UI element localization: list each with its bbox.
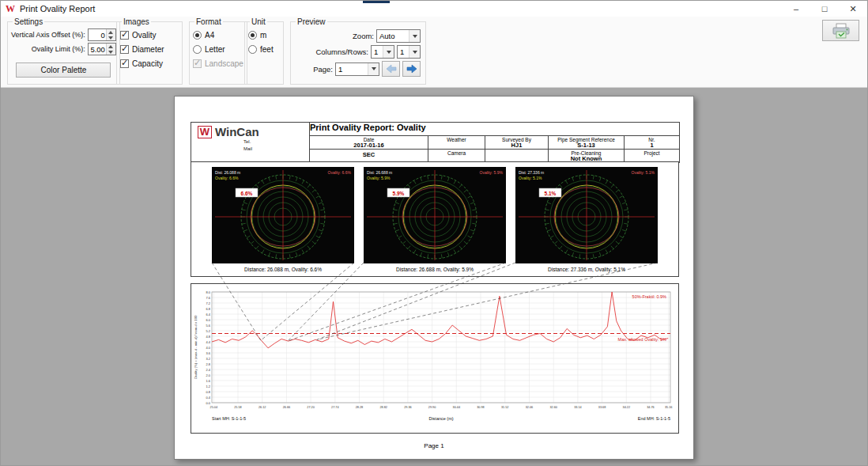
- ovality-checkbox-label: Ovality: [132, 31, 157, 40]
- svg-text:6.0: 6.0: [206, 318, 210, 322]
- svg-text:4.0: 4.0: [206, 346, 210, 350]
- radio-selected-icon: [193, 31, 202, 40]
- zoom-select[interactable]: Auto: [376, 29, 421, 43]
- svg-text:4.8: 4.8: [206, 335, 210, 339]
- ovality-image-panel: Dist: 27.336 mOvality: 5.1%Ovality: 5.1%…: [515, 167, 658, 276]
- svg-text:0.4: 0.4: [206, 396, 210, 400]
- ovality-limit-label: Ovality Limit (%):: [32, 45, 85, 53]
- surveyed-by-cell: Surveyed ByHJ1: [485, 136, 549, 150]
- svg-text:Ovality (%) = (max-d - min-d): Ovality (%) = (max-d - min-d) / nom-d x …: [194, 315, 198, 379]
- ovality-chart-section: 0.00.40.81.21.62.02.42.83.23.64.04.44.85…: [191, 283, 679, 434]
- landscape-checkbox: Landscape: [193, 57, 243, 70]
- svg-text:31.52: 31.52: [501, 406, 509, 409]
- unit-group: Unit m feet: [244, 17, 284, 85]
- report-page: W WinCan Tel. Mail Print Ovality Report:…: [174, 96, 694, 460]
- svg-text:1.2: 1.2: [206, 385, 210, 388]
- spin-down-icon[interactable]: [107, 49, 115, 55]
- spin-down-icon[interactable]: [107, 35, 115, 40]
- ovality-checkbox[interactable]: Ovality: [120, 28, 179, 41]
- nr-cell: Nr.1: [625, 136, 680, 150]
- preview-area[interactable]: W WinCan Tel. Mail Print Ovality Report:…: [1, 88, 867, 466]
- page-select[interactable]: 1: [335, 63, 379, 76]
- rows-select[interactable]: 1: [397, 45, 421, 59]
- svg-text:33.68: 33.68: [598, 406, 606, 409]
- next-page-button[interactable]: [402, 61, 421, 77]
- svg-text:0.0: 0.0: [206, 401, 210, 405]
- previous-page-button[interactable]: [382, 61, 400, 77]
- spin-up-icon[interactable]: [107, 29, 115, 35]
- svg-text:Ovality: 6.6%: Ovality: 6.6%: [328, 170, 352, 175]
- camera-cell: Camera: [428, 150, 485, 163]
- diameter-checkbox[interactable]: Diameter: [120, 43, 179, 55]
- svg-text:35.16: 35.16: [665, 406, 673, 409]
- columns-select[interactable]: 1: [371, 45, 394, 59]
- svg-text:6.4: 6.4: [206, 313, 210, 316]
- images-group: Images Ovality Diameter Capacity: [116, 17, 183, 85]
- page-value: 1: [338, 65, 342, 74]
- weather-cell: Weather: [428, 136, 485, 150]
- ovality-image-panel: Dist: 26.088 mOvality: 6.6%Ovality: 6.6%…: [212, 167, 354, 276]
- svg-text:7.6: 7.6: [206, 296, 210, 300]
- checkbox-checked-icon: [120, 45, 129, 54]
- format-group-label: Format: [194, 17, 223, 26]
- maximize-button[interactable]: □: [810, 1, 839, 17]
- svg-text:34.76: 34.76: [647, 406, 655, 409]
- project-cell: Project: [625, 150, 680, 163]
- mail-label: Mail: [243, 146, 309, 153]
- color-palette-button[interactable]: Color Palette: [16, 63, 111, 78]
- print-button[interactable]: [822, 20, 859, 41]
- svg-text:7.2: 7.2: [206, 301, 210, 305]
- letter-radio[interactable]: Letter: [193, 43, 243, 55]
- image-caption: Distance: 26.088 m, Ovality: 6.6%: [212, 267, 354, 272]
- svg-text:30.44: 30.44: [453, 406, 461, 409]
- checkbox-disabled-icon: [193, 59, 202, 68]
- svg-text:34.22: 34.22: [623, 406, 631, 409]
- a4-radio[interactable]: A4: [193, 28, 243, 41]
- svg-text:26.66: 26.66: [283, 406, 291, 409]
- pre-cleaning-cell: Pre-CleaningNot Known: [549, 150, 625, 163]
- radio-icon: [193, 45, 202, 54]
- unit-group-label: Unit: [250, 17, 267, 26]
- page-number: Page 1: [175, 442, 693, 449]
- landscape-checkbox-label: Landscape: [205, 59, 243, 68]
- svg-text:1.6: 1.6: [206, 379, 210, 383]
- diameter-checkbox-label: Diameter: [132, 45, 164, 54]
- svg-text:Max. allowed Ovality: 5%: Max. allowed Ovality: 5%: [618, 337, 667, 342]
- spin-up-icon[interactable]: [107, 44, 115, 49]
- minimize-button[interactable]: –: [782, 1, 810, 17]
- svg-text:6.8: 6.8: [206, 307, 210, 311]
- feet-radio[interactable]: feet: [248, 43, 280, 55]
- printer-icon: [831, 23, 851, 39]
- svg-text:5.1%: 5.1%: [545, 191, 557, 196]
- ovality-images-section: Dist: 26.088 mOvality: 6.6%Ovality: 6.6%…: [191, 161, 679, 277]
- svg-text:25.58: 25.58: [234, 406, 242, 409]
- svg-text:2.0: 2.0: [206, 373, 210, 377]
- vertical-axis-offset-spinner[interactable]: 0: [88, 28, 116, 41]
- report-header-table: W WinCan Tel. Mail Print Ovality Report:…: [191, 122, 680, 163]
- images-group-label: Images: [122, 17, 151, 26]
- columns-rows-label: Columns/Rows:: [315, 47, 368, 56]
- pipe-segment-cell: Pipe Segment ReferenceS-1-13: [549, 136, 625, 150]
- svg-text:26.12: 26.12: [259, 406, 266, 409]
- svg-text:5.9%: 5.9%: [393, 191, 405, 196]
- columns-value: 1: [374, 47, 378, 56]
- window-title: Print Ovality Report: [20, 4, 95, 13]
- ovality-limit-spinner[interactable]: 5.00: [88, 43, 116, 55]
- a4-radio-label: A4: [205, 31, 214, 40]
- svg-text:Ovality: 5.9%: Ovality: 5.9%: [480, 170, 504, 175]
- ovality-limit-value: 5.00: [89, 44, 106, 55]
- zoom-label: Zoom:: [353, 32, 374, 40]
- svg-text:28.82: 28.82: [379, 406, 387, 409]
- capacity-checkbox[interactable]: Capacity: [120, 57, 179, 70]
- sec-cell: SEC: [310, 150, 428, 163]
- settings-group: Settings Vertical Axis Offset (%): 0 Ova…: [7, 17, 120, 85]
- ovality-cross-section-image: Dist: 26.088 mOvality: 6.6%Ovality: 6.6%…: [212, 167, 354, 263]
- tel-label: Tel.: [243, 138, 309, 146]
- image-caption: Distance: 26.688 m, Ovality: 5.9%: [364, 267, 506, 272]
- meters-radio[interactable]: m: [248, 28, 280, 41]
- svg-text:25.04: 25.04: [210, 406, 218, 409]
- svg-text:Dist: 27.336 m: Dist: 27.336 m: [519, 170, 544, 175]
- toolbar: Settings Vertical Axis Offset (%): 0 Ova…: [1, 17, 867, 88]
- close-button[interactable]: ✕: [839, 1, 867, 17]
- report-title: Print Ovality Report: Ovality: [310, 123, 680, 136]
